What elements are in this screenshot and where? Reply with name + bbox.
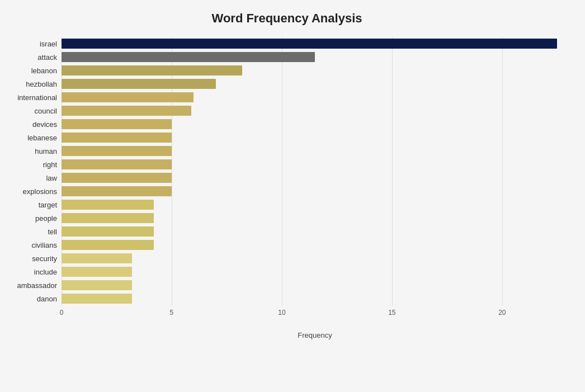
- bar-human: [62, 146, 172, 156]
- x-axis-label: Frequency: [62, 331, 568, 339]
- x-tick-20: 20: [498, 309, 506, 317]
- bar-target: [62, 200, 154, 210]
- bar-include: [62, 267, 132, 277]
- bars-and-grid: [62, 37, 568, 305]
- bars-section: israelattacklebanonhezbollahinternationa…: [6, 37, 568, 305]
- bar-danon: [62, 294, 132, 304]
- y-label-devices: devices: [32, 121, 57, 128]
- y-label-international: international: [17, 94, 57, 101]
- bar-row-right: [62, 158, 568, 171]
- y-label-ambassador: ambassador: [17, 282, 57, 289]
- bar-civilians: [62, 240, 154, 250]
- bar-row-danon: [62, 292, 568, 305]
- x-tick-10: 10: [278, 309, 285, 317]
- bar-hezbollah: [62, 79, 216, 89]
- y-label-danon: danon: [37, 295, 57, 303]
- x-tick-15: 15: [388, 309, 395, 317]
- bar-row-target: [62, 199, 568, 211]
- bar-tell: [62, 226, 154, 237]
- bar-people: [62, 213, 154, 223]
- bar-row-council: [62, 105, 568, 117]
- bar-row-lebanon: [62, 64, 568, 77]
- bar-row-hezbollah: [62, 78, 568, 90]
- y-label-explosions: explosions: [23, 188, 57, 195]
- bar-ambassador: [62, 280, 132, 290]
- bar-row-lebanese: [62, 131, 568, 144]
- y-label-lebanese: lebanese: [27, 134, 57, 141]
- bar-row-law: [62, 172, 568, 184]
- y-label-include: include: [34, 268, 57, 276]
- y-label-human: human: [35, 148, 57, 155]
- x-tick-0: 0: [60, 309, 64, 317]
- bar-council: [62, 106, 191, 116]
- bar-law: [62, 173, 172, 183]
- y-label-attack: attack: [37, 54, 57, 61]
- y-label-target: target: [39, 201, 57, 209]
- x-axis: 05101520: [62, 309, 568, 319]
- bar-row-civilians: [62, 239, 568, 251]
- y-label-hezbollah: hezbollah: [26, 81, 57, 88]
- bar-row-security: [62, 252, 568, 265]
- bar-row-include: [62, 266, 568, 278]
- chart-container: Word Frequency Analysis israelattackleba…: [0, 0, 585, 392]
- bar-explosions: [62, 186, 172, 196]
- bar-lebanese: [62, 133, 172, 143]
- bar-row-ambassador: [62, 279, 568, 291]
- y-label-security: security: [32, 255, 57, 262]
- bar-row-attack: [62, 51, 568, 63]
- bar-international: [62, 92, 194, 102]
- bar-row-tell: [62, 225, 568, 238]
- bar-right: [62, 159, 172, 169]
- bar-row-israel: [62, 37, 568, 50]
- y-label-tell: tell: [48, 228, 57, 235]
- chart-area: israelattacklebanonhezbollahinternationa…: [6, 37, 568, 339]
- bar-row-human: [62, 145, 568, 157]
- bar-row-explosions: [62, 185, 568, 197]
- bar-row-devices: [62, 118, 568, 130]
- y-label-people: people: [35, 215, 57, 222]
- bar-devices: [62, 119, 172, 129]
- bar-row-people: [62, 212, 568, 224]
- y-label-law: law: [46, 174, 57, 182]
- y-label-right: right: [43, 161, 57, 168]
- bar-lebanon: [62, 65, 242, 75]
- x-tick-5: 5: [170, 309, 174, 317]
- y-label-israel: israel: [40, 40, 57, 48]
- y-labels: israelattacklebanonhezbollahinternationa…: [6, 37, 62, 305]
- y-label-lebanon: lebanon: [31, 67, 57, 74]
- bar-row-international: [62, 91, 568, 103]
- bar-attack: [62, 52, 315, 62]
- y-label-council: council: [35, 107, 57, 115]
- y-label-civilians: civilians: [31, 242, 57, 249]
- bar-security: [62, 253, 132, 263]
- chart-title: Word Frequency Analysis: [6, 11, 568, 26]
- bars-list: [62, 37, 568, 305]
- bar-israel: [62, 39, 557, 49]
